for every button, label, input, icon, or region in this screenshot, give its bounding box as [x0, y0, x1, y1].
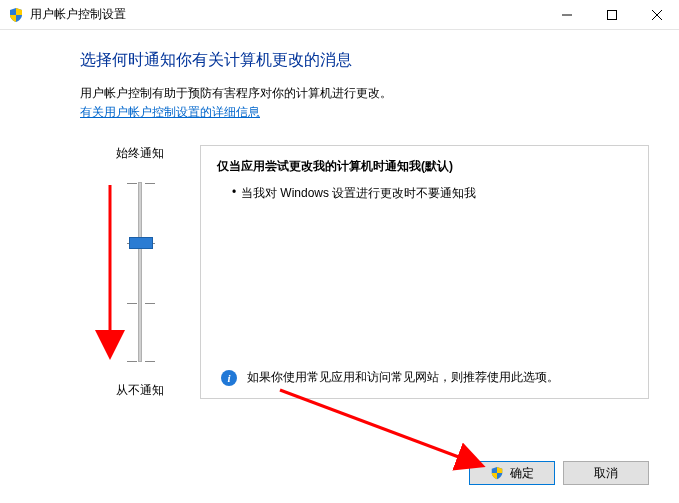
bullet-icon: • [227, 185, 241, 199]
titlebar: 用户帐户控制设置 [0, 0, 679, 30]
more-info-link[interactable]: 有关用户帐户控制设置的详细信息 [80, 105, 260, 119]
info-panel: 仅当应用尝试更改我的计算机时通知我(默认) • 当我对 Windows 设置进行… [200, 145, 649, 399]
shield-icon [490, 466, 504, 480]
description-text: 用户帐户控制有助于预防有害程序对你的计算机进行更改。 [80, 85, 649, 102]
recommendation-text: 如果你使用常见应用和访问常见网站，则推荐使用此选项。 [247, 369, 559, 386]
slider-column: 始终通知 从不通知 [80, 145, 200, 399]
body-area: 始终通知 从不通知 仅当应用尝试更改我的计算机时通知我(默认) • 当我对 [80, 145, 649, 399]
panel-title: 仅当应用尝试更改我的计算机时通知我(默认) [217, 158, 632, 175]
maximize-button[interactable] [589, 0, 634, 29]
ok-button[interactable]: 确定 [469, 461, 555, 485]
notification-slider[interactable] [138, 172, 142, 372]
minimize-button[interactable] [544, 0, 589, 29]
window-title: 用户帐户控制设置 [30, 6, 544, 23]
panel-item-text: 当我对 Windows 设置进行更改时不要通知我 [241, 185, 476, 202]
list-item: • 当我对 Windows 设置进行更改时不要通知我 [227, 185, 632, 202]
svg-line-5 [280, 390, 480, 465]
slider-label-always: 始终通知 [116, 145, 164, 162]
footer-buttons: 确定 取消 [469, 461, 649, 485]
shield-icon [8, 7, 24, 23]
ok-button-label: 确定 [510, 465, 534, 482]
slider-thumb[interactable] [129, 237, 153, 249]
content-area: 选择何时通知你有关计算机更改的消息 用户帐户控制有助于预防有害程序对你的计算机进… [0, 30, 679, 399]
cancel-button[interactable]: 取消 [563, 461, 649, 485]
page-heading: 选择何时通知你有关计算机更改的消息 [80, 50, 649, 71]
close-button[interactable] [634, 0, 679, 29]
window-controls [544, 0, 679, 29]
info-icon: i [221, 370, 237, 386]
slider-label-never: 从不通知 [116, 382, 164, 399]
svg-rect-1 [607, 10, 616, 19]
cancel-button-label: 取消 [594, 465, 618, 482]
recommendation-row: i 如果你使用常见应用和访问常见网站，则推荐使用此选项。 [217, 369, 632, 386]
